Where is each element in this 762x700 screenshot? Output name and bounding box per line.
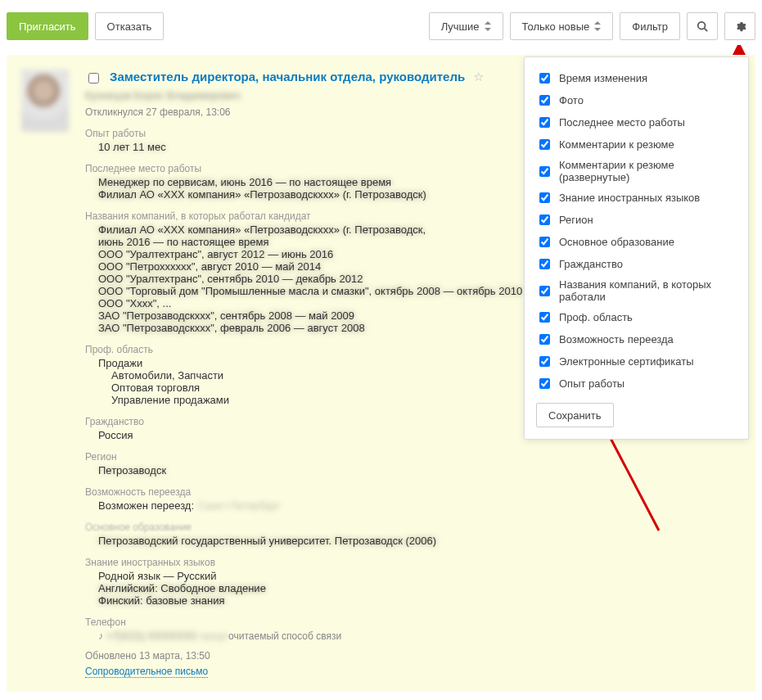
filter-new-label: Только новые — [522, 20, 590, 33]
column-option[interactable]: Электронные сертификаты — [536, 350, 737, 373]
column-option-checkbox[interactable] — [539, 73, 550, 84]
sort-arrows-icon — [485, 21, 491, 31]
avatar — [21, 70, 69, 132]
region-value: Петрозаводск — [98, 464, 736, 476]
column-option-label: Проф. область — [559, 311, 633, 323]
column-option[interactable]: Комментарии к резюме — [536, 133, 737, 156]
column-option-label: Опыт работы — [559, 377, 624, 390]
column-option[interactable]: Последнее место работы — [536, 111, 737, 133]
column-option[interactable]: Регион — [536, 209, 737, 231]
column-option-label: Комментарии к резюме (развернутые) — [559, 159, 737, 183]
column-option-checkbox[interactable] — [539, 95, 550, 106]
phone-value: ♪ +7(X21) XXXXXX3 предпочитаемый способ … — [98, 630, 736, 642]
favorite-star-icon[interactable]: ☆ — [473, 70, 484, 84]
filter-button[interactable]: Фильтр — [620, 12, 680, 40]
column-option-checkbox[interactable] — [539, 286, 550, 296]
resume-title-link[interactable]: Заместитель директора, начальник отдела,… — [110, 70, 465, 84]
column-option-label: Последнее место работы — [559, 116, 685, 129]
save-columns-button[interactable]: Сохранить — [536, 403, 614, 427]
relocation-label: Возможность переезда — [85, 486, 736, 498]
relocation-value: Возможен переезд: Санкт-Петербург — [98, 499, 736, 512]
phone-suffix: очитаемый способ связи — [228, 630, 341, 642]
column-option-checkbox[interactable] — [539, 215, 550, 225]
column-option-checkbox[interactable] — [539, 237, 550, 247]
column-option-label: Регион — [559, 214, 593, 226]
column-option[interactable]: Проф. область — [536, 306, 737, 328]
column-option-label: Комментарии к резюме — [559, 138, 674, 151]
filter-new-button[interactable]: Только новые — [510, 12, 614, 40]
column-option-label: Основное образование — [559, 236, 674, 248]
column-option-label: Названия компаний, в которых работали — [559, 278, 737, 303]
phone-icon: ♪ — [98, 630, 104, 642]
education-label: Основное образование — [85, 522, 736, 533]
column-option-label: Знание иностранных языков — [559, 192, 700, 204]
phone-number: +7(X21) XXXXXX3 — [106, 630, 196, 642]
phone-pref: предп — [199, 630, 228, 642]
settings-button[interactable] — [724, 12, 755, 40]
column-option-label: Возможность переезда — [559, 333, 674, 345]
language-native: Родной язык — Русский — [98, 570, 736, 582]
column-option-checkbox[interactable] — [539, 312, 550, 323]
column-option[interactable]: Фото — [536, 89, 737, 111]
column-option[interactable]: Возможность переезда — [536, 328, 737, 350]
select-resume-checkbox[interactable] — [88, 73, 99, 84]
svg-line-1 — [705, 29, 708, 32]
column-option-checkbox[interactable] — [539, 117, 550, 128]
column-option[interactable]: Гражданство — [536, 253, 737, 275]
region-label: Регион — [85, 451, 736, 463]
column-option[interactable]: Названия компаний, в которых работали — [536, 275, 737, 306]
column-option-checkbox[interactable] — [539, 192, 550, 203]
column-option-label: Гражданство — [559, 258, 623, 270]
sort-best-label: Лучшие — [441, 20, 480, 33]
search-icon — [697, 20, 708, 32]
column-option-checkbox[interactable] — [539, 166, 550, 177]
language-row: Английский: Свободное владение — [98, 582, 736, 594]
updated-meta: Обновлено 13 марта, 13:50 — [85, 650, 736, 662]
svg-point-0 — [698, 22, 706, 29]
column-option[interactable]: Комментарии к резюме (развернутые) — [536, 156, 737, 187]
relocation-prefix: Возможен переезд: — [98, 499, 194, 512]
reject-button[interactable]: Отказать — [95, 12, 165, 40]
education-value: Петрозаводский государственный университ… — [98, 535, 736, 547]
sort-best-button[interactable]: Лучшие — [429, 12, 503, 40]
column-option-checkbox[interactable] — [539, 378, 550, 389]
column-option-label: Время изменения — [559, 72, 647, 84]
phone-label: Телефон — [85, 616, 736, 628]
language-row: Финский: базовые знания — [98, 594, 736, 607]
column-option-checkbox[interactable] — [539, 356, 550, 367]
languages-label: Знание иностранных языков — [85, 557, 736, 568]
search-button[interactable] — [687, 12, 718, 40]
invite-button[interactable]: Пригласить — [7, 12, 88, 40]
gear-icon — [734, 20, 746, 33]
cover-letter-link[interactable]: Сопроводительное письмо — [85, 666, 208, 678]
column-option[interactable]: Знание иностранных языков — [536, 187, 737, 209]
column-option-checkbox[interactable] — [539, 259, 550, 269]
column-option[interactable]: Основное образование — [536, 231, 737, 253]
sort-arrows-icon — [594, 21, 601, 31]
column-option-label: Электронные сертификаты — [559, 355, 694, 368]
columns-dropdown: Время измененияФотоПоследнее место работ… — [524, 56, 749, 440]
column-option[interactable]: Время изменения — [536, 67, 737, 89]
column-option[interactable]: Опыт работы — [536, 373, 737, 395]
relocation-city: Санкт-Петербург — [197, 499, 281, 512]
column-option-checkbox[interactable] — [539, 139, 550, 150]
column-option-label: Фото — [559, 94, 584, 106]
column-option-checkbox[interactable] — [539, 334, 550, 345]
